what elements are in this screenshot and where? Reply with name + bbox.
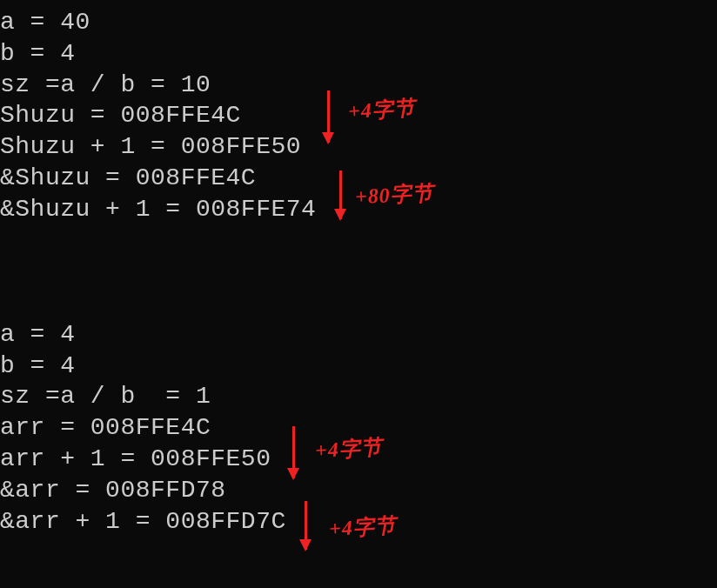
- arrow-icon: [292, 426, 295, 478]
- arrow-icon: [327, 90, 330, 143]
- annotation-text: +4字节: [347, 94, 416, 125]
- console-line: a = 4: [0, 319, 717, 351]
- console-line: b = 4: [0, 38, 717, 70]
- arrow-icon: [339, 170, 342, 219]
- console-line: a = 40: [0, 7, 717, 38]
- annotation-text: +80字节: [354, 179, 434, 211]
- blank-line: [0, 288, 717, 319]
- blank-line: [0, 225, 717, 257]
- annotation-text: +4字节: [328, 511, 397, 543]
- console-line: Shuzu + 1 = 008FFE50: [0, 131, 717, 163]
- arrow-icon: [305, 501, 307, 550]
- console-line: b = 4: [0, 351, 717, 382]
- console-line: &arr = 008FFD78: [0, 475, 717, 506]
- console-line: sz =a / b = 10: [0, 70, 717, 101]
- console-line: sz =a / b = 1: [0, 381, 717, 412]
- annotation-text: +4字节: [314, 433, 383, 464]
- blank-line: [0, 257, 717, 288]
